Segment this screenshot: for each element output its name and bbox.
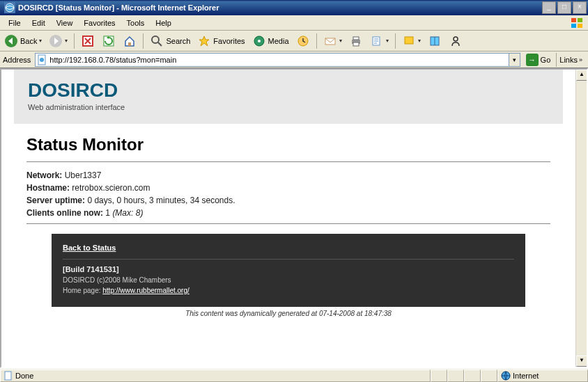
ie-app-icon bbox=[4, 2, 15, 13]
status-main-pane: Done bbox=[0, 369, 431, 382]
menu-view[interactable]: View bbox=[51, 17, 79, 29]
toolbar-separator bbox=[316, 33, 317, 49]
address-bar: Address ▾ → Go Links » bbox=[0, 51, 588, 68]
page-footer: Back to Status [Build 7141531] DOSIRCD (… bbox=[52, 234, 525, 307]
note-icon bbox=[402, 34, 416, 48]
menu-file[interactable]: File bbox=[3, 17, 26, 29]
window-titlebar: DOSIRCD [Status Monitor] - Microsoft Int… bbox=[0, 0, 588, 15]
dropdown-arrow-icon: ▾ bbox=[386, 38, 389, 44]
vertical-scrollbar[interactable]: ▲ ▼ bbox=[575, 70, 587, 367]
history-icon bbox=[296, 34, 310, 48]
svg-rect-9 bbox=[128, 42, 131, 46]
messenger-button[interactable] bbox=[446, 33, 465, 49]
discuss-button[interactable]: ▾ bbox=[399, 33, 424, 49]
refresh-button[interactable] bbox=[99, 33, 118, 49]
window-maximize-button[interactable]: □ bbox=[557, 1, 571, 14]
toolbar-separator bbox=[143, 33, 144, 49]
search-icon bbox=[150, 34, 164, 48]
svg-rect-17 bbox=[353, 42, 359, 46]
toolbar-separator bbox=[74, 33, 75, 49]
hostname-line: Hostname: retrobox.scieron.com bbox=[26, 183, 550, 193]
window-minimize-button[interactable]: _ bbox=[542, 1, 556, 14]
address-dropdown-icon[interactable]: ▾ bbox=[509, 54, 520, 66]
star-icon bbox=[197, 34, 211, 48]
links-panel[interactable]: Links » bbox=[556, 53, 585, 67]
status-spacer bbox=[464, 369, 481, 382]
edit-button[interactable]: ▾ bbox=[367, 33, 392, 49]
scroll-up-button[interactable]: ▲ bbox=[576, 70, 587, 81]
svg-point-10 bbox=[152, 36, 159, 43]
menu-favorites[interactable]: Favorites bbox=[78, 17, 121, 29]
brand-subtitle: Web administration interface bbox=[28, 103, 549, 111]
dropdown-arrow-icon: ▾ bbox=[39, 38, 42, 44]
page-icon bbox=[3, 371, 13, 381]
svg-rect-2 bbox=[578, 18, 582, 22]
menu-tools[interactable]: Tools bbox=[121, 17, 150, 29]
go-button[interactable]: → Go bbox=[523, 54, 554, 66]
chevron-right-icon: » bbox=[579, 56, 582, 63]
svg-point-23 bbox=[40, 58, 44, 62]
generated-note: This content was dynamically generated a… bbox=[26, 310, 550, 317]
svg-point-12 bbox=[258, 40, 261, 42]
address-input[interactable] bbox=[49, 54, 508, 65]
print-button[interactable] bbox=[346, 33, 366, 49]
menu-bar: File Edit View Favorites Tools Help bbox=[0, 15, 588, 31]
back-arrow-icon bbox=[4, 34, 18, 48]
page-header: DOSIRCD Web administration interface bbox=[14, 70, 563, 124]
book-icon bbox=[428, 34, 442, 48]
go-arrow-icon: → bbox=[526, 54, 539, 66]
back-to-status-link[interactable]: Back to Status bbox=[63, 244, 116, 252]
security-zone-pane: Internet bbox=[497, 369, 588, 382]
address-label: Address bbox=[1, 56, 32, 64]
print-icon bbox=[349, 34, 363, 48]
svg-rect-1 bbox=[571, 18, 576, 22]
menu-edit[interactable]: Edit bbox=[26, 17, 51, 29]
homepage-line: Home page: http://www.rubbermallet.org/ bbox=[63, 287, 514, 294]
svg-point-21 bbox=[454, 37, 458, 41]
address-input-wrapper[interactable]: ▾ bbox=[35, 53, 520, 67]
status-spacer bbox=[481, 369, 497, 382]
copyright-text: DOSIRCD (c)2008 Mike Chambers bbox=[63, 276, 514, 284]
window-close-button[interactable]: × bbox=[573, 1, 587, 14]
mail-icon bbox=[323, 34, 337, 48]
edit-icon bbox=[370, 34, 384, 48]
menu-help[interactable]: Help bbox=[150, 17, 177, 29]
zone-label: Internet bbox=[513, 372, 539, 380]
search-button[interactable]: Search bbox=[147, 33, 193, 49]
svg-rect-24 bbox=[5, 372, 11, 380]
divider bbox=[26, 223, 550, 224]
favorites-button[interactable]: Favorites bbox=[194, 33, 247, 49]
history-button[interactable] bbox=[293, 33, 313, 49]
svg-rect-3 bbox=[571, 24, 576, 28]
page-icon bbox=[37, 54, 48, 65]
dropdown-arrow-icon: ▾ bbox=[339, 38, 342, 44]
toolbar-separator bbox=[395, 33, 396, 49]
scroll-down-button[interactable]: ▼ bbox=[576, 356, 587, 367]
network-line: Network: Uber1337 bbox=[26, 170, 550, 180]
navigation-toolbar: Back ▾ ▾ Search Favorites Media ▾ ▾ bbox=[0, 31, 588, 51]
internet-zone-icon bbox=[501, 371, 511, 381]
svg-rect-4 bbox=[578, 24, 582, 28]
svg-rect-19 bbox=[405, 37, 413, 44]
home-icon bbox=[123, 34, 137, 48]
home-button[interactable] bbox=[120, 33, 139, 49]
research-button[interactable] bbox=[425, 33, 444, 49]
windows-logo-icon bbox=[570, 17, 585, 29]
brand-title: DOSIRCD bbox=[28, 79, 549, 102]
mail-button[interactable]: ▾ bbox=[320, 33, 345, 49]
media-button[interactable]: Media bbox=[249, 33, 292, 49]
divider bbox=[26, 161, 550, 162]
dropdown-arrow-icon: ▾ bbox=[418, 38, 421, 44]
page-content: DOSIRCD Web administration interface Sta… bbox=[1, 70, 575, 367]
back-button[interactable]: Back ▾ bbox=[1, 33, 45, 49]
homepage-link[interactable]: http://www.rubbermallet.org/ bbox=[102, 287, 189, 294]
dropdown-arrow-icon: ▾ bbox=[65, 38, 68, 44]
forward-button[interactable]: ▾ bbox=[46, 33, 70, 49]
forward-arrow-icon bbox=[49, 34, 63, 48]
browser-viewport: DOSIRCD Web administration interface Sta… bbox=[0, 68, 588, 368]
status-spacer bbox=[431, 369, 447, 382]
stop-icon bbox=[81, 34, 95, 48]
window-title: DOSIRCD [Status Monitor] - Microsoft Int… bbox=[18, 3, 542, 12]
media-icon bbox=[252, 34, 266, 48]
stop-button[interactable] bbox=[78, 33, 98, 49]
